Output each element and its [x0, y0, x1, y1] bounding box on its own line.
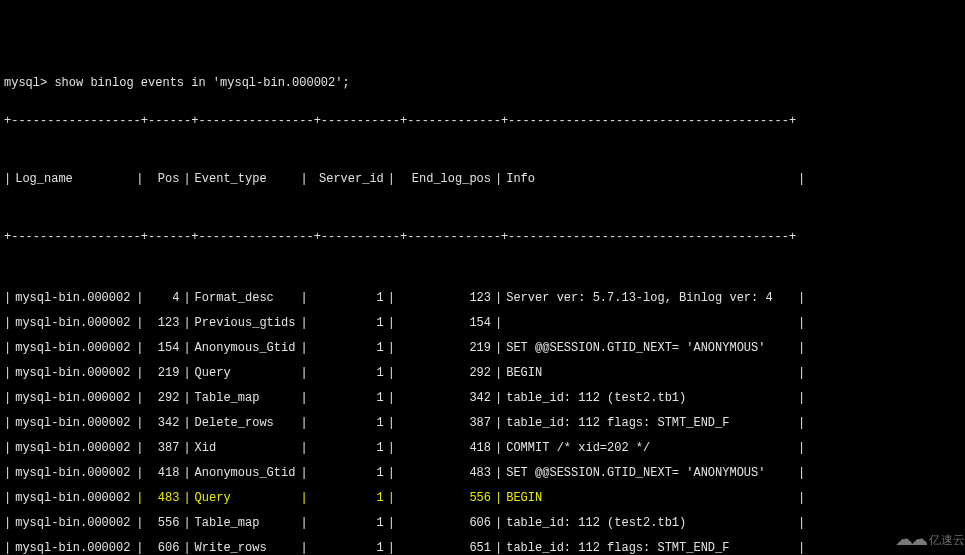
- col-separator: |: [798, 170, 805, 188]
- cell-pos: 342: [143, 414, 183, 432]
- watermark: ☁☁ 亿速云: [895, 526, 965, 553]
- cell-logname: mysql-bin.000002: [11, 489, 136, 507]
- col-separator: |: [136, 439, 143, 457]
- mysql-prompt: mysql> show binlog events in 'mysql-bin.…: [4, 74, 965, 92]
- col-separator: |: [4, 539, 11, 555]
- table-body: |mysql-bin.000002|4|Format_desc|1|123|Se…: [4, 289, 965, 555]
- cell-info: Server ver: 5.7.13-log, Binlog ver: 4: [502, 289, 802, 307]
- col-separator: |: [301, 339, 308, 357]
- cell-logname: mysql-bin.000002: [11, 539, 136, 555]
- col-separator: |: [495, 289, 502, 307]
- col-separator: |: [495, 170, 502, 188]
- cell-info: table_id: 112 flags: STMT_END_F: [502, 414, 802, 432]
- col-separator: |: [136, 364, 143, 382]
- col-separator: |: [388, 539, 395, 555]
- col-separator: |: [495, 339, 502, 357]
- col-separator: |: [136, 414, 143, 432]
- col-separator: |: [388, 414, 395, 432]
- col-separator: |: [495, 364, 502, 382]
- cell-server-id: 1: [308, 439, 388, 457]
- cell-server-id: 1: [308, 289, 388, 307]
- col-separator: |: [495, 514, 502, 532]
- cell-event-type: Anonymous_Gtid: [191, 464, 301, 482]
- col-separator: |: [798, 514, 805, 532]
- cell-info: BEGIN: [502, 364, 802, 382]
- col-separator: |: [4, 464, 11, 482]
- col-separator: |: [4, 289, 11, 307]
- col-separator: |: [136, 464, 143, 482]
- cell-logname: mysql-bin.000002: [11, 414, 136, 432]
- col-separator: |: [495, 464, 502, 482]
- col-separator: |: [798, 339, 805, 357]
- col-separator: |: [388, 289, 395, 307]
- table-row: |mysql-bin.000002|123|Previous_gtids|1|1…: [4, 314, 965, 332]
- cell-server-id: 1: [308, 314, 388, 332]
- col-separator: |: [4, 314, 11, 332]
- col-separator: |: [183, 364, 190, 382]
- cell-pos: 219: [143, 364, 183, 382]
- header-event-type: Event_type: [191, 170, 301, 188]
- separator-line-top: +------------------+------+-------------…: [4, 112, 965, 130]
- cell-event-type: Write_rows: [191, 539, 301, 555]
- table-row: |mysql-bin.000002|483|Query|1|556|BEGIN|: [4, 489, 965, 507]
- col-separator: |: [388, 314, 395, 332]
- cell-end-log-pos: 342: [395, 389, 495, 407]
- col-separator: |: [388, 339, 395, 357]
- col-separator: |: [4, 414, 11, 432]
- cell-server-id: 1: [308, 339, 388, 357]
- cell-event-type: Format_desc: [191, 289, 301, 307]
- col-separator: |: [495, 539, 502, 555]
- col-separator: |: [183, 464, 190, 482]
- col-separator: |: [388, 170, 395, 188]
- col-separator: |: [798, 389, 805, 407]
- col-separator: |: [495, 389, 502, 407]
- cell-end-log-pos: 483: [395, 464, 495, 482]
- col-separator: |: [136, 314, 143, 332]
- table-row: |mysql-bin.000002|556|Table_map|1|606|ta…: [4, 514, 965, 532]
- cell-end-log-pos: 651: [395, 539, 495, 555]
- col-separator: |: [183, 389, 190, 407]
- col-separator: |: [4, 364, 11, 382]
- table-row: |mysql-bin.000002|342|Delete_rows|1|387|…: [4, 414, 965, 432]
- table-row: |mysql-bin.000002|418|Anonymous_Gtid|1|4…: [4, 464, 965, 482]
- cell-event-type: Xid: [191, 439, 301, 457]
- col-separator: |: [301, 364, 308, 382]
- cell-server-id: 1: [308, 414, 388, 432]
- cell-server-id: 1: [308, 464, 388, 482]
- cell-end-log-pos: 219: [395, 339, 495, 357]
- col-separator: |: [136, 489, 143, 507]
- col-separator: |: [798, 489, 805, 507]
- cell-server-id: 1: [308, 364, 388, 382]
- col-separator: |: [301, 314, 308, 332]
- cell-logname: mysql-bin.000002: [11, 389, 136, 407]
- cell-logname: mysql-bin.000002: [11, 439, 136, 457]
- cell-pos: 556: [143, 514, 183, 532]
- table-row: |mysql-bin.000002|387|Xid|1|418|COMMIT /…: [4, 439, 965, 457]
- cell-logname: mysql-bin.000002: [11, 514, 136, 532]
- cell-pos: 606: [143, 539, 183, 555]
- col-separator: |: [301, 389, 308, 407]
- cell-info: table_id: 112 (test2.tb1): [502, 514, 802, 532]
- col-separator: |: [136, 514, 143, 532]
- col-separator: |: [183, 489, 190, 507]
- col-separator: |: [136, 339, 143, 357]
- col-separator: |: [183, 514, 190, 532]
- col-separator: |: [4, 439, 11, 457]
- cell-event-type: Previous_gtids: [191, 314, 301, 332]
- header-pos: Pos: [143, 170, 183, 188]
- col-separator: |: [798, 289, 805, 307]
- cloud-icon: ☁☁: [895, 526, 925, 553]
- col-separator: |: [4, 339, 11, 357]
- cell-logname: mysql-bin.000002: [11, 464, 136, 482]
- col-separator: |: [495, 314, 502, 332]
- col-separator: |: [183, 539, 190, 555]
- cell-info: SET @@SESSION.GTID_NEXT= 'ANONYMOUS': [502, 464, 802, 482]
- col-separator: |: [388, 514, 395, 532]
- col-separator: |: [301, 289, 308, 307]
- cell-server-id: 1: [308, 539, 388, 555]
- col-separator: |: [4, 489, 11, 507]
- col-separator: |: [301, 439, 308, 457]
- cell-logname: mysql-bin.000002: [11, 339, 136, 357]
- cell-info: COMMIT /* xid=202 */: [502, 439, 802, 457]
- col-separator: |: [301, 489, 308, 507]
